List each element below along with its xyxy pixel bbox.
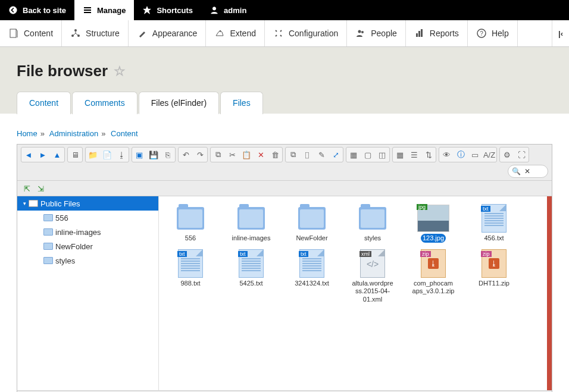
back-to-site[interactable]: Back to site [0,0,74,20]
svg-rect-11 [418,31,420,37]
tab-files-elfinder[interactable]: Files (elFinder) [139,92,219,114]
info-icon[interactable]: ⓘ [454,148,467,161]
rename-icon[interactable]: ⌷ [301,148,314,161]
menu-people[interactable]: People [347,20,406,46]
file-item[interactable]: jpg123.jpg [409,202,458,244]
back-icon[interactable]: ◄ [22,148,35,161]
up-icon[interactable]: ▲ [51,148,64,161]
tab-content[interactable]: Content [17,92,71,114]
help-icon: ? [476,28,487,39]
file-label: 988.txt [179,279,202,288]
menu-configuration[interactable]: Configuration [265,20,347,46]
menu-help[interactable]: ?Help [468,20,518,46]
crumb-content[interactable]: Content [111,129,138,138]
hamburger-icon [83,5,92,15]
file-label: com_phocamaps_v3.0.1.zip [410,279,457,296]
appearance-icon [137,28,148,39]
manage-label: Manage [97,6,126,15]
file-item[interactable]: txt3241324.txt [287,247,336,305]
getfile-icon[interactable]: ⎘ [161,148,174,161]
file-label: 456.txt [482,234,505,243]
file-item[interactable]: 556 [166,202,215,244]
edit-icon[interactable]: ✎ [315,148,328,161]
favorite-star-icon[interactable]: ☆ [114,64,126,79]
selectall-icon[interactable]: ▦ [347,148,360,161]
fullscreen-icon[interactable]: ⛶ [515,148,528,161]
menu-appearance[interactable]: Appearance [129,20,207,46]
manage[interactable]: Manage [74,0,134,20]
selectnone-icon[interactable]: ▢ [361,148,374,161]
file-item[interactable]: txt5425.txt [227,247,276,305]
file-item[interactable]: NewFolder [287,202,336,244]
empty-icon[interactable]: 🗑 [268,148,282,161]
file-thumb: jpg [417,205,449,232]
preview-icon[interactable]: 👁 [440,148,453,161]
tab-files[interactable]: Files [220,92,263,114]
copy-icon[interactable]: ⧉ [211,148,224,161]
tree-node[interactable]: inline-images [17,225,158,239]
paste-icon[interactable]: 📋 [240,148,253,161]
resize-icon[interactable]: ⤢ [329,148,342,161]
upload-icon[interactable]: ⭳ [115,148,128,161]
download-icon[interactable]: 💾 [147,148,160,161]
file-item[interactable]: inline-images [227,202,276,244]
chevron-left-icon: |‹ [558,29,563,38]
file-thumb [235,205,267,232]
file-item[interactable]: zip⭳DHT11.zip [470,247,518,305]
delete-icon[interactable]: ✕ [254,148,267,161]
file-item[interactable]: zip⭳com_phocamaps_v3.0.1.zip [409,247,458,305]
cut-icon[interactable]: ✂ [226,148,239,161]
newfolder-icon[interactable]: 📁 [86,148,99,161]
file-thumb [296,205,328,232]
crumb-admin[interactable]: Administration [49,129,98,138]
tab-comments[interactable]: Comments [72,92,137,114]
tree-root[interactable]: ▾ Public Files [17,196,158,211]
netmount-icon[interactable]: 🖥 [68,148,82,161]
menu-content[interactable]: Content [0,20,62,46]
extend-icon [214,28,225,39]
file-grid[interactable]: 556inline-imagesNewFolderstylesjpg123.jp… [159,196,552,390]
menu-collapse[interactable]: |‹ [552,20,569,46]
shortcuts[interactable]: Shortcuts [134,0,201,20]
menu-reports[interactable]: Reports [406,20,468,46]
page-header: File browser ☆ Content Comments Files (e… [0,47,569,114]
tree-node[interactable]: 556 [17,211,158,225]
redo-icon[interactable]: ↷ [193,148,207,161]
folder-icon [43,243,53,250]
file-item[interactable]: xml</>altula.wordpress.2015-04-01.xml [348,247,397,305]
places2-icon[interactable]: ⇲ [35,183,46,195]
places-icon[interactable]: ⇱ [21,183,33,195]
forward-icon[interactable]: ► [36,148,49,161]
duplicate-icon[interactable]: ⧉ [286,148,299,161]
collapse-icon[interactable]: ▾ [23,200,26,206]
crumb-home[interactable]: Home [17,129,37,138]
undo-icon[interactable]: ↶ [179,148,192,161]
file-label: 123.jpg [421,234,446,243]
selectinvert-icon[interactable]: ◫ [376,148,389,161]
menu-extend[interactable]: Extend [206,20,265,46]
search-box[interactable]: 🔍✕ [508,165,548,178]
view-list-icon[interactable]: ☰ [408,148,421,161]
file-item[interactable]: styles [348,202,397,244]
user-menu[interactable]: admin [201,0,255,20]
back-arrow-icon [8,5,18,15]
svg-point-8 [358,30,361,33]
settings-icon[interactable]: ⚙ [501,148,514,161]
view-icons-icon[interactable]: ▦ [393,148,407,161]
file-label: NewFolder [294,234,329,243]
extract-icon[interactable]: ▭ [468,148,482,161]
sort-icon[interactable]: ⇅ [422,148,435,161]
svg-point-2 [212,7,215,10]
scrollbar[interactable] [547,196,552,390]
search-clear-icon[interactable]: ✕ [524,167,530,175]
newfile-icon[interactable]: 📄 [101,148,114,161]
elfinder-toolbar: ◄►▲ 🖥 📁📄⭳ ▣💾⎘ ↶↷ ⧉✂📋✕🗑 ⧉⌷✎⤢ ▦▢◫ ▦☰⇅ 👁ⓘ▭A… [17,145,552,181]
file-item[interactable]: txt456.txt [470,202,518,244]
file-item[interactable]: txt988.txt [166,247,215,305]
archive-icon[interactable]: A/Z [483,148,496,161]
menu-structure[interactable]: Structure [62,20,129,46]
tree-node[interactable]: NewFolder [17,239,158,253]
content-icon [8,28,19,39]
open-icon[interactable]: ▣ [133,148,146,161]
tree-node[interactable]: styles [17,253,158,268]
